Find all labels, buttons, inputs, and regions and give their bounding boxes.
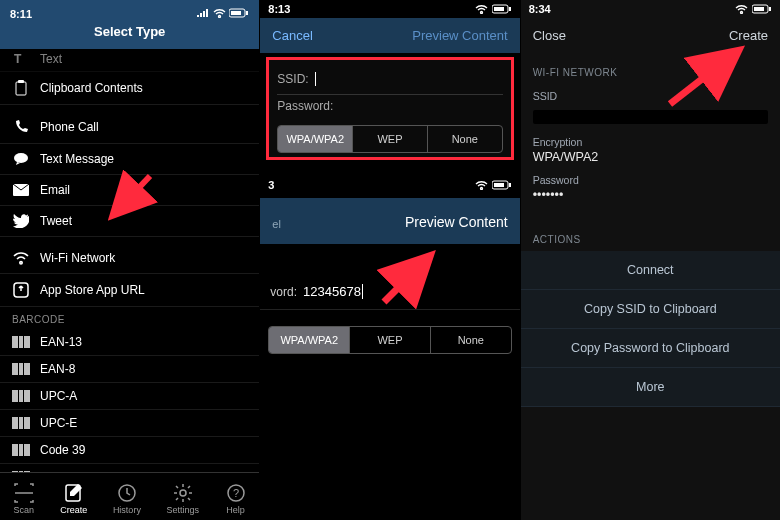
list-item-label: Text Message bbox=[40, 152, 114, 166]
twitter-icon bbox=[12, 214, 30, 228]
page-title: Select Type bbox=[0, 24, 259, 39]
tab-help[interactable]: ?Help bbox=[225, 483, 247, 515]
ssid-input[interactable] bbox=[315, 72, 503, 86]
header-select-type: 8:11 Select Type bbox=[0, 0, 259, 49]
list-item-code-39[interactable]: Code 39 bbox=[0, 437, 259, 464]
barcode-icon bbox=[12, 390, 30, 402]
list-item-email[interactable]: Email bbox=[0, 175, 259, 206]
svg-rect-1 bbox=[231, 11, 241, 15]
segment-none[interactable]: None bbox=[430, 327, 511, 353]
section-label-wifi: WI-FI NETWORK bbox=[521, 53, 780, 84]
barcode-icon bbox=[12, 444, 30, 456]
barcode-icon bbox=[12, 417, 30, 429]
barcode-icon bbox=[12, 363, 30, 375]
list-item-label: Email bbox=[40, 183, 70, 197]
list-item-text[interactable]: TText bbox=[0, 49, 259, 72]
svg-rect-4 bbox=[16, 82, 26, 95]
barcode-icon bbox=[12, 336, 30, 348]
svg-point-6 bbox=[14, 153, 28, 163]
history-icon bbox=[116, 483, 138, 503]
list-item-ean-8[interactable]: EAN-8 bbox=[0, 356, 259, 383]
section-label-actions: ACTIONS bbox=[521, 220, 780, 251]
segment-none[interactable]: None bbox=[427, 126, 502, 152]
segment-wpa-wpa2[interactable]: WPA/WPA2 bbox=[278, 126, 352, 152]
password-partial-label: vord: bbox=[270, 285, 297, 299]
preview-content-button-dim[interactable]: Preview Content bbox=[412, 28, 507, 43]
list-item-label: EAN-13 bbox=[40, 335, 82, 349]
tab-create[interactable]: Create bbox=[60, 483, 87, 515]
status-time: 8:11 bbox=[10, 8, 32, 20]
wifi-icon bbox=[12, 251, 30, 265]
encryption-label: Encryption bbox=[533, 136, 768, 148]
list-item-phone-call[interactable]: Phone Call bbox=[0, 111, 259, 144]
list-item-ean-13[interactable]: EAN-13 bbox=[0, 329, 259, 356]
list-item-upc-a[interactable]: UPC-A bbox=[0, 383, 259, 410]
list-item-tweet[interactable]: Tweet bbox=[0, 206, 259, 237]
list-item-label: Phone Call bbox=[40, 120, 99, 134]
ssid-label: SSID: bbox=[277, 72, 308, 86]
tab-label: Help bbox=[226, 505, 245, 515]
segment-wep[interactable]: WEP bbox=[349, 327, 430, 353]
svg-text:?: ? bbox=[233, 487, 239, 499]
svg-rect-5 bbox=[18, 80, 24, 83]
ssid-label: SSID bbox=[533, 90, 768, 102]
list-item-app-store-app-url[interactable]: App Store App URL bbox=[0, 274, 259, 307]
form-highlight-box: SSID: Password: WPA/WPA2WEPNone bbox=[266, 57, 513, 160]
phone-icon bbox=[12, 119, 30, 135]
list-item-text-message[interactable]: Text Message bbox=[0, 144, 259, 175]
battery-icon bbox=[229, 8, 249, 18]
list-item-label: Tweet bbox=[40, 214, 72, 228]
cancel-button[interactable]: Cancel bbox=[272, 28, 312, 43]
create-button[interactable]: Create bbox=[729, 28, 768, 43]
svg-point-12 bbox=[180, 490, 186, 496]
segment-wep[interactable]: WEP bbox=[352, 126, 427, 152]
svg-rect-19 bbox=[494, 183, 504, 187]
segment-wpa-wpa2[interactable]: WPA/WPA2 bbox=[269, 327, 349, 353]
action-connect[interactable]: Connect bbox=[521, 251, 780, 290]
section-label-barcode: Barcode bbox=[0, 307, 259, 329]
password-label: Password: bbox=[277, 99, 333, 113]
mail-icon bbox=[12, 184, 30, 196]
svg-rect-17 bbox=[509, 7, 511, 11]
list-item-clipboard-contents[interactable]: Clipboard Contents bbox=[0, 72, 259, 105]
wifi-status-icon bbox=[213, 9, 226, 18]
appstore-icon bbox=[12, 282, 30, 298]
status-leftover: 3 bbox=[268, 179, 274, 191]
preview-content-button[interactable]: Preview Content bbox=[405, 214, 508, 230]
list-item-wi-fi-network[interactable]: Wi-Fi Network bbox=[0, 243, 259, 274]
settings-icon bbox=[172, 483, 194, 503]
action-copy-password-to-clipboard[interactable]: Copy Password to Clipboard bbox=[521, 329, 780, 368]
action-more[interactable]: More bbox=[521, 368, 780, 407]
status-time: 8:34 bbox=[529, 3, 551, 15]
navbar: Cancel Preview Content bbox=[260, 18, 519, 53]
action-copy-ssid-to-clipboard[interactable]: Copy SSID to Clipboard bbox=[521, 290, 780, 329]
password-label: Password bbox=[533, 174, 768, 186]
tab-label: Settings bbox=[166, 505, 199, 515]
list-item-label: Clipboard Contents bbox=[40, 81, 143, 95]
list-item-code-93[interactable]: Code 93 bbox=[0, 464, 259, 472]
create-icon bbox=[63, 483, 85, 503]
tab-settings[interactable]: Settings bbox=[166, 483, 199, 515]
tab-label: Scan bbox=[14, 505, 35, 515]
tab-label: Create bbox=[60, 505, 87, 515]
list-item-label: Code 39 bbox=[40, 443, 85, 457]
chat-icon bbox=[12, 152, 30, 166]
clipboard-icon bbox=[12, 80, 30, 96]
password-masked: ••••••• bbox=[533, 188, 768, 202]
svg-rect-22 bbox=[754, 7, 764, 11]
svg-rect-23 bbox=[769, 7, 771, 11]
list-item-upc-e[interactable]: UPC-E bbox=[0, 410, 259, 437]
help-icon: ? bbox=[225, 483, 247, 503]
list-item-label: UPC-A bbox=[40, 389, 77, 403]
scan-icon bbox=[13, 483, 35, 503]
password-value[interactable]: 12345678 bbox=[303, 284, 363, 299]
close-button[interactable]: Close bbox=[533, 28, 566, 43]
svg-rect-16 bbox=[494, 7, 504, 11]
list-item-label: UPC-E bbox=[40, 416, 77, 430]
tab-scan[interactable]: Scan bbox=[13, 483, 35, 515]
svg-rect-20 bbox=[509, 183, 511, 187]
list-item-label: EAN-8 bbox=[40, 362, 75, 376]
status-time: 8:13 bbox=[268, 3, 290, 15]
tab-history[interactable]: History bbox=[113, 483, 141, 515]
ssid-value-redacted bbox=[533, 110, 768, 124]
